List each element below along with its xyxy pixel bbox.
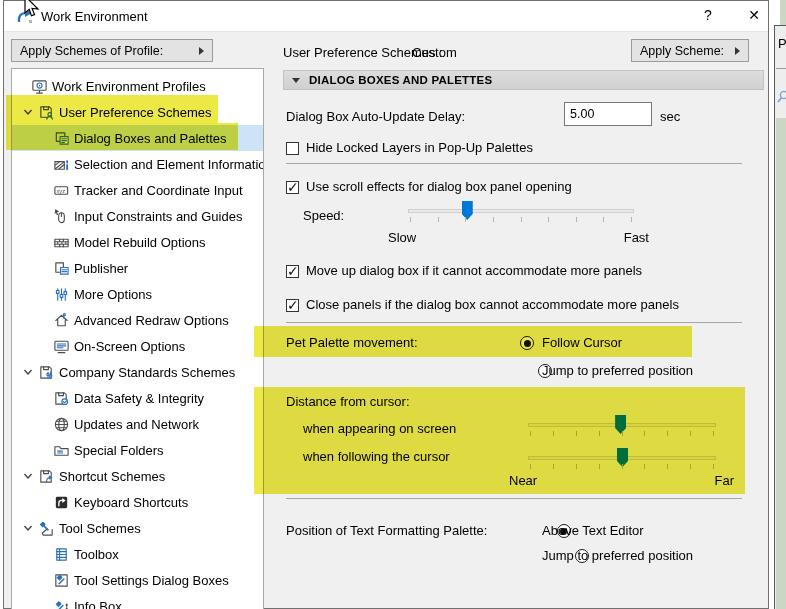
tree-item-work-environment-profiles[interactable]: Work Environment Profiles xyxy=(12,73,263,99)
settings-tree: Work Environment ProfilesUser Preference… xyxy=(11,68,264,609)
distance-appearing-slider[interactable] xyxy=(528,415,716,439)
checkbox-label: Use scroll effects for dialog box panel … xyxy=(306,179,572,195)
tree-item-label: Tool Settings Dialog Boxes xyxy=(74,573,229,588)
selection-info-icon xyxy=(52,155,70,173)
apply-scheme-button[interactable]: Apply Scheme: xyxy=(631,39,749,62)
auto-update-delay-input[interactable] xyxy=(564,102,652,126)
checkbox-box[interactable] xyxy=(286,265,299,278)
tree-item-user-preference-schemes[interactable]: User Preference Schemes xyxy=(12,99,263,125)
tree-item-keyboard-shortcuts[interactable]: Keyboard Shortcuts xyxy=(12,489,263,515)
tree-item-label: Data Safety & Integrity xyxy=(74,391,204,406)
chevron-down-icon[interactable] xyxy=(22,522,37,534)
section-header-dialog-boxes-and-palettes[interactable]: DIALOG BOXES AND PALETTES xyxy=(283,70,764,90)
tree-item-more-options[interactable]: More Options xyxy=(12,281,263,307)
radio-follow-cursor-label[interactable]: Follow Cursor xyxy=(542,335,622,351)
help-button[interactable]: ? xyxy=(694,4,722,26)
radio-text-jump-to-preferred-label[interactable]: Jump to preferred position xyxy=(542,548,693,564)
windows-icon xyxy=(52,129,70,147)
hammer-info-icon xyxy=(52,597,70,609)
tree-item-tracker-and-coordinate-input[interactable]: xyzTracker and Coordinate Input xyxy=(12,177,263,203)
publisher-icon xyxy=(52,259,70,277)
chevron-down-icon[interactable] xyxy=(22,106,37,118)
arrow-box-icon xyxy=(52,493,70,511)
collapse-triangle-icon xyxy=(292,78,300,83)
tree-item-label: On-Screen Options xyxy=(74,339,185,354)
background-workspace xyxy=(776,118,786,609)
separator xyxy=(286,163,742,164)
checkbox-box[interactable] xyxy=(286,142,299,155)
window-title: Work Environment xyxy=(41,9,148,24)
radio-above-text-editor-label[interactable]: Above Text Editor xyxy=(542,523,644,539)
tree-item-data-safety-integrity[interactable]: Data Safety & Integrity xyxy=(12,385,263,411)
tree-item-publisher[interactable]: Publisher xyxy=(12,255,263,281)
tree-item-tool-schemes[interactable]: Tool Schemes xyxy=(12,515,263,541)
tree-item-label: Dialog Boxes and Palettes xyxy=(74,131,226,146)
tree-item-input-constraints-and-guides[interactable]: Input Constraints and Guides xyxy=(12,203,263,229)
tree-item-shortcut-schemes[interactable]: Shortcut Schemes xyxy=(12,463,263,489)
hammer-box-icon xyxy=(52,571,70,589)
tree-item-label: Work Environment Profiles xyxy=(52,79,206,94)
mouse-icon xyxy=(52,207,70,225)
xyz-icon: xyz xyxy=(52,181,70,199)
auto-update-delay-label: Dialog Box Auto-Update Delay: xyxy=(286,109,465,125)
house-icon xyxy=(52,311,70,329)
apply-schemes-of-profile-button[interactable]: Apply Schemes of Profile: xyxy=(11,39,213,62)
tree-item-label: Tool Schemes xyxy=(59,521,141,536)
hammer-house-icon xyxy=(37,519,55,537)
tree-item-label: Special Folders xyxy=(74,443,164,458)
checkbox-label: Move up dialog box if it cannot accommod… xyxy=(306,263,642,279)
speed-label: Speed: xyxy=(303,208,344,224)
radio-follow-cursor[interactable] xyxy=(520,336,534,350)
checkbox-use-scroll-effects[interactable]: Use scroll effects for dialog box panel … xyxy=(286,179,572,195)
close-button[interactable]: ✕ xyxy=(740,4,768,26)
auto-update-delay-unit: sec xyxy=(660,109,680,125)
tree-item-special-folders[interactable]: Special Folders xyxy=(12,437,263,463)
tree-item-dialog-boxes-and-palettes[interactable]: Dialog Boxes and Palettes xyxy=(12,125,263,151)
checkbox-hide-locked-layers[interactable]: Hide Locked Layers in Pop-Up Palettes xyxy=(286,140,533,156)
separator xyxy=(286,322,742,323)
chevron-down-icon[interactable] xyxy=(22,470,37,482)
svg-text:xyz: xyz xyxy=(56,187,65,193)
slider-track[interactable] xyxy=(408,209,634,213)
toolbox-icon xyxy=(52,545,70,563)
folder-icon xyxy=(52,441,70,459)
tree-item-label: Input Constraints and Guides xyxy=(74,209,242,224)
tree-item-label: Tracker and Coordinate Input xyxy=(74,183,243,198)
background-panel: P xyxy=(774,25,786,609)
checkbox-move-up-dialog[interactable]: Move up dialog box if it cannot accommod… xyxy=(286,263,642,279)
tree-item-company-standards-schemes[interactable]: Company Standards Schemes xyxy=(12,359,263,385)
bricks-icon xyxy=(52,233,70,251)
tree-item-advanced-redraw-options[interactable]: Advanced Redraw Options xyxy=(12,307,263,333)
floppy-arrow-icon xyxy=(37,467,55,485)
checkbox-close-panels[interactable]: Close panels if the dialog box cannot ac… xyxy=(286,297,679,313)
tree-item-toolbox[interactable]: Toolbox xyxy=(12,541,263,567)
background-partial-text: P xyxy=(778,36,786,51)
distance-appearing-label: when appearing on screen xyxy=(303,421,456,437)
tree-item-label: Toolbox xyxy=(74,547,119,562)
mouse-cursor-icon xyxy=(24,0,44,20)
tree-item-model-rebuild-options[interactable]: Model Rebuild Options xyxy=(12,229,263,255)
floppy-check-icon xyxy=(52,389,70,407)
distance-following-slider[interactable] xyxy=(528,448,716,472)
background-workspace-top xyxy=(780,0,786,25)
sliders-icon xyxy=(52,285,70,303)
checkbox-box[interactable] xyxy=(286,181,299,194)
search-icon xyxy=(776,90,786,104)
tree-item-label: Advanced Redraw Options xyxy=(74,313,229,328)
tree-item-on-screen-options[interactable]: On-Screen Options xyxy=(12,333,263,359)
tree-item-selection-and-element-information[interactable]: Selection and Element Information xyxy=(12,151,263,177)
checkbox-box[interactable] xyxy=(286,299,299,312)
tree-item-updates-and-network[interactable]: Updates and Network xyxy=(12,411,263,437)
speed-slider[interactable] xyxy=(408,201,634,225)
speed-max-label: Fast xyxy=(614,230,649,246)
tree-item-label: Model Rebuild Options xyxy=(74,235,206,250)
tree-item-info-box[interactable]: Info Box xyxy=(12,593,263,609)
chevron-down-icon[interactable] xyxy=(22,366,37,378)
checkbox-label: Close panels if the dialog box cannot ac… xyxy=(306,297,679,313)
tree-item-tool-settings-dialog-boxes[interactable]: Tool Settings Dialog Boxes xyxy=(12,567,263,593)
text-formatting-palette-label: Position of Text Formatting Palette: xyxy=(286,523,487,539)
slider-ticks xyxy=(530,431,714,436)
radio-jump-to-preferred-position-label[interactable]: Jump to preferred position xyxy=(542,363,693,379)
background-app: P xyxy=(770,0,786,609)
tree-item-label: Keyboard Shortcuts xyxy=(74,495,188,510)
